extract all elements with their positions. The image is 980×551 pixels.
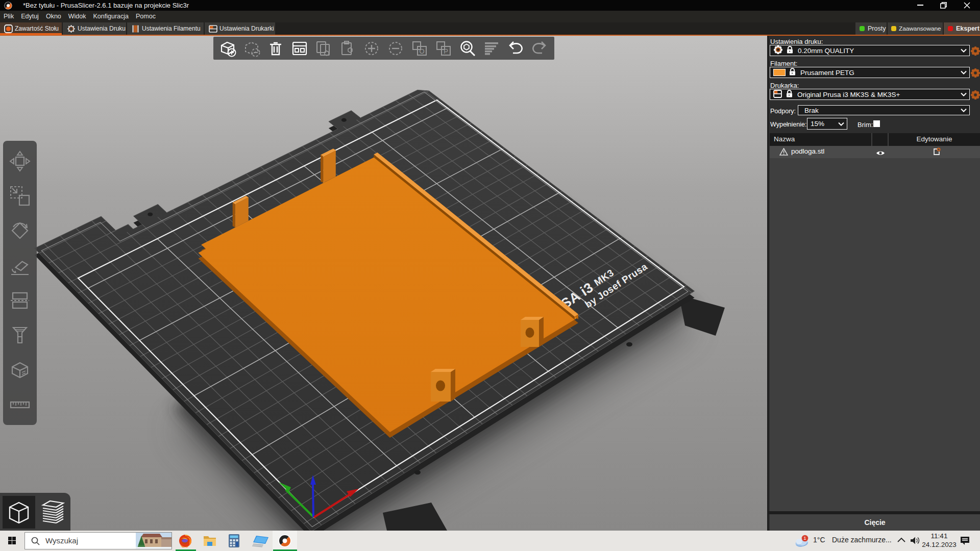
svg-text:O: O — [419, 47, 424, 55]
svg-text:P: P — [444, 47, 448, 55]
svg-text:1: 1 — [803, 535, 806, 541]
